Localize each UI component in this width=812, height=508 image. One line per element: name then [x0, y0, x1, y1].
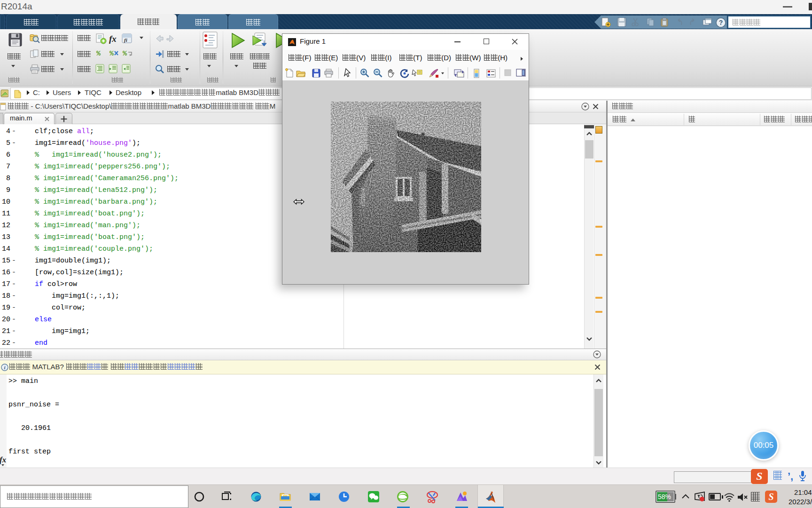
svg-text:%: %	[96, 50, 101, 58]
svg-text:?: ?	[719, 19, 723, 26]
svg-text:%: %	[123, 50, 127, 58]
svg-text:fi: fi	[124, 37, 128, 43]
svg-text:%: %	[109, 50, 114, 58]
